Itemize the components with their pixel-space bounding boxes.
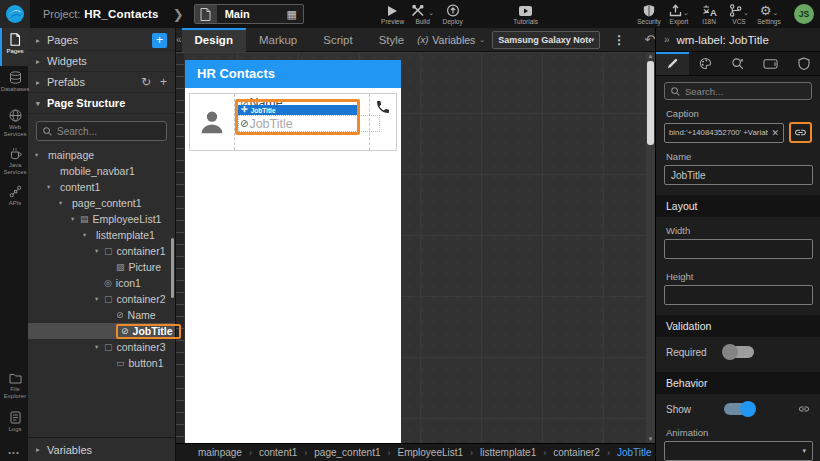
- caret-down-icon[interactable]: ▾: [59, 199, 68, 207]
- add-prefab-button[interactable]: +: [160, 75, 167, 89]
- tree-item-content1[interactable]: ▾content1: [28, 179, 175, 195]
- tree-item-Picture[interactable]: ▨Picture: [28, 259, 175, 275]
- tab-security[interactable]: [787, 52, 820, 75]
- breadcrumb-item-container2[interactable]: container2: [553, 447, 600, 458]
- wavemaker-logo[interactable]: [0, 0, 30, 28]
- breadcrumb-item-EmployeeList1[interactable]: EmployeeList1: [397, 447, 463, 458]
- width-input[interactable]: [664, 239, 813, 259]
- tree-item-EmployeeList1[interactable]: ▾▤EmployeeList1: [28, 211, 175, 227]
- tree-item-listtemplate1[interactable]: ▾listtemplate1: [28, 227, 175, 243]
- device-select[interactable]: Samsung Galaxy Note III ▾: [492, 31, 600, 49]
- kebab-menu-icon[interactable]: ⋮: [607, 33, 631, 47]
- breadcrumb-item-page_content1[interactable]: page_content1: [314, 447, 380, 458]
- properties-search-input[interactable]: [685, 86, 805, 97]
- tree-item-container3[interactable]: ▾▢container3: [28, 339, 175, 355]
- collapse-right-panel-icon[interactable]: »: [664, 34, 670, 45]
- section-widgets[interactable]: ▸ Widgets: [28, 51, 175, 72]
- tab-device[interactable]: [754, 52, 787, 75]
- web-services-icon: [9, 109, 22, 122]
- tab-markup[interactable]: Markup: [246, 28, 310, 52]
- breadcrumb-item-listtemplate1[interactable]: listtemplate1: [480, 447, 536, 458]
- section-prefabs[interactable]: ▸ Prefabs ↻ +: [28, 72, 175, 93]
- tree-item-JobTitle[interactable]: ⊘JobTitle: [28, 323, 175, 339]
- scroll-down-icon[interactable]: ▼: [646, 436, 655, 442]
- security-button[interactable]: Security: [634, 4, 664, 25]
- clear-binding-icon[interactable]: ✕: [771, 128, 779, 138]
- required-toggle[interactable]: [724, 346, 754, 358]
- rail-item-web-services[interactable]: WebServices: [0, 104, 28, 142]
- tab-styles[interactable]: [689, 52, 722, 75]
- tree-item-page_content1[interactable]: ▾page_content1: [28, 195, 175, 211]
- height-input[interactable]: [664, 285, 813, 305]
- tree-item-button1[interactable]: ▭button1: [28, 355, 175, 371]
- export-button[interactable]: ⌄ Export: [664, 4, 694, 25]
- caret-down-icon[interactable]: ▾: [71, 215, 80, 223]
- mobile-navbar[interactable]: HR Contacts: [185, 60, 401, 88]
- caret-right-icon: ▸: [36, 445, 47, 454]
- scroll-up-icon[interactable]: ▲: [646, 53, 655, 59]
- i18n-button[interactable]: A I18N: [694, 4, 724, 25]
- caret-down-icon[interactable]: ▾: [95, 247, 104, 255]
- tree-item-container2[interactable]: ▾▢container2: [28, 291, 175, 307]
- caret-right-icon: ▸: [36, 57, 47, 66]
- section-variables[interactable]: ▸ Variables: [28, 437, 175, 461]
- jobtitle-label-widget[interactable]: ⊘ JobTitle: [238, 115, 380, 132]
- caret-down-icon[interactable]: ▾: [95, 295, 104, 303]
- design-canvas[interactable]: HR Contacts ⊘ Name ✛: [176, 52, 655, 443]
- structure-search-input[interactable]: [57, 126, 160, 137]
- employee-list-item[interactable]: ⊘ Name ✛ JobTitle ⊘ JobTitle: [189, 93, 397, 151]
- tutorials-button[interactable]: Tutorials: [511, 4, 541, 25]
- page-grid-icon[interactable]: ▦: [281, 8, 303, 21]
- breadcrumb-item-content1[interactable]: content1: [259, 447, 297, 458]
- caption-bind-button[interactable]: [789, 122, 812, 143]
- tree-item-mobile_navbar1[interactable]: mobile_navbar1: [28, 163, 175, 179]
- deploy-button[interactable]: Deploy: [438, 4, 468, 25]
- container2-widget[interactable]: ⊘ Name ✛ JobTitle ⊘ JobTitle: [234, 94, 370, 150]
- properties-header: » wm-label: JobTitle: [656, 28, 820, 52]
- rail-item-apis[interactable]: APIs: [0, 180, 28, 218]
- tab-properties[interactable]: [656, 52, 689, 75]
- caret-down-icon[interactable]: ▾: [35, 151, 44, 159]
- left-panel-scrollbar[interactable]: [171, 238, 174, 298]
- rail-item-pages[interactable]: Pages: [0, 28, 28, 66]
- animation-select[interactable]: ▾: [664, 441, 813, 461]
- preview-button[interactable]: Preview: [378, 4, 408, 25]
- settings-button[interactable]: ⚙ ⌄ Settings: [754, 4, 784, 25]
- scrollbar-thumb[interactable]: [647, 61, 654, 145]
- add-page-button[interactable]: +: [152, 33, 167, 48]
- name-input[interactable]: [664, 165, 813, 185]
- show-bind-link-icon[interactable]: [798, 403, 810, 415]
- caret-down-icon[interactable]: ▾: [95, 343, 104, 351]
- canvas-scrollbar[interactable]: ▲ ▼: [646, 52, 655, 443]
- breadcrumb-item-mainpage[interactable]: mainpage: [198, 447, 242, 458]
- tab-search-props[interactable]: [722, 52, 755, 75]
- tree-item-container1[interactable]: ▾▢container1: [28, 243, 175, 259]
- vcs-button[interactable]: ⌄ VCS: [724, 4, 754, 25]
- build-button[interactable]: ⌄ Build: [408, 4, 438, 25]
- section-page-structure[interactable]: ▾ Page Structure: [28, 93, 175, 114]
- picture-widget[interactable]: [190, 94, 234, 150]
- tree-item-icon1[interactable]: ◎icon1: [28, 275, 175, 291]
- user-avatar[interactable]: JS: [794, 4, 814, 24]
- tab-style[interactable]: Style: [366, 28, 418, 52]
- caption-field[interactable]: bind:'+14084352700' +Variables.HrdbE ✕: [664, 123, 784, 143]
- breadcrumb-item-JobTitle[interactable]: JobTitle: [617, 447, 652, 458]
- tree-item-Name[interactable]: ⊘Name: [28, 307, 175, 323]
- widget-selection-bar[interactable]: ✛ JobTitle: [238, 105, 358, 115]
- tab-design[interactable]: Design: [182, 28, 246, 52]
- tree-item-mainpage[interactable]: ▾mainpage: [28, 147, 175, 163]
- caret-down-icon[interactable]: ▾: [83, 231, 92, 239]
- rail-item-logs[interactable]: Logs: [0, 406, 28, 444]
- variables-dropdown[interactable]: (x) Variables ⌄: [417, 34, 485, 46]
- page-switcher[interactable]: Main ▦: [194, 4, 304, 24]
- caption-value: bind:'+14084352700' +Variables.HrdbE: [669, 128, 768, 137]
- rail-item-file-explorer[interactable]: FileExplorer: [0, 368, 28, 406]
- more-options-icon[interactable]: •••: [0, 444, 28, 459]
- show-toggle[interactable]: [724, 403, 754, 415]
- rail-item-java-services[interactable]: JavaServices: [0, 142, 28, 180]
- tab-script[interactable]: Script: [310, 28, 365, 52]
- refresh-icon[interactable]: ↻: [141, 75, 151, 89]
- caret-down-icon[interactable]: ▾: [47, 183, 56, 191]
- section-pages[interactable]: ▸ Pages +: [28, 30, 175, 51]
- rail-item-databases[interactable]: Databases: [0, 66, 28, 104]
